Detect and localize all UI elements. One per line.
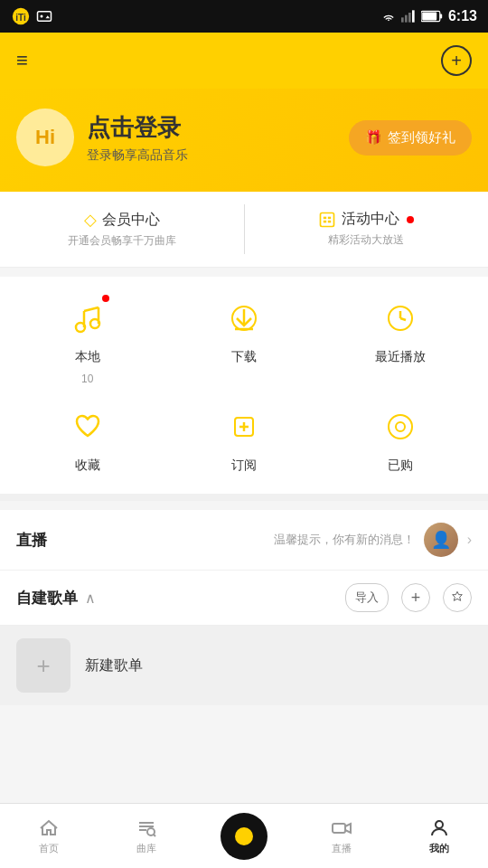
svg-point-29 <box>389 415 412 439</box>
playlist-section: 自建歌单 ∧ 导入 + <box>0 571 488 626</box>
app-icon: iTi <box>11 6 31 26</box>
banner-title: 点击登录 <box>87 112 188 144</box>
svg-rect-11 <box>321 212 334 226</box>
menu-button[interactable]: ≡ <box>16 49 28 72</box>
avatar: Hi <box>16 108 74 166</box>
svg-point-3 <box>41 15 43 18</box>
import-button[interactable]: 导入 <box>345 583 389 612</box>
profile-icon <box>428 817 450 839</box>
purchased-icon <box>384 410 417 443</box>
status-left-icons: iTi <box>11 6 52 26</box>
activity-badge <box>407 216 414 223</box>
vip-icon: ◇ <box>84 210 97 230</box>
svg-rect-4 <box>401 17 404 22</box>
local-count: 10 <box>81 373 93 385</box>
video-icon <box>331 817 352 839</box>
recent-play-item[interactable]: 最近播放 <box>364 295 436 385</box>
nav-live[interactable]: 直播 <box>293 817 390 855</box>
battery-icon <box>421 10 443 23</box>
nav-library[interactable]: 曲库 <box>98 817 195 855</box>
live-title: 直播 <box>16 530 47 551</box>
clock-time: 6:13 <box>448 8 477 24</box>
live-hint: 温馨提示，你有新的消息！ <box>274 532 415 548</box>
new-playlist-icon: + <box>16 638 70 693</box>
favorites-label: 收藏 <box>75 458 100 474</box>
photo-icon <box>36 10 52 23</box>
svg-rect-14 <box>324 220 326 222</box>
function-grid-row1: 本地 10 下载 最近播放 <box>0 277 488 394</box>
svg-rect-13 <box>328 216 331 219</box>
nav-live-label: 直播 <box>332 842 352 855</box>
svg-rect-7 <box>412 10 415 22</box>
live-section[interactable]: 直播 温馨提示，你有新的消息！ 👤 › <box>0 510 488 571</box>
svg-line-25 <box>400 318 406 320</box>
download-label: 下载 <box>231 349 257 365</box>
svg-rect-12 <box>324 216 326 219</box>
vip-center-item[interactable]: ◇ 会员中心 开通会员畅享千万曲库 <box>0 204 245 254</box>
vip-title: 会员中心 <box>102 211 160 230</box>
local-badge <box>102 295 109 302</box>
play-icon <box>235 827 253 845</box>
svg-point-30 <box>396 422 405 431</box>
status-bar: iTi 6:13 <box>0 0 488 33</box>
page-header: ≡ + <box>0 33 488 89</box>
svg-rect-9 <box>422 13 436 21</box>
local-label: 本地 <box>75 349 100 365</box>
settings-button[interactable] <box>443 583 472 612</box>
library-icon <box>136 817 157 839</box>
live-chevron: › <box>467 532 472 548</box>
svg-rect-5 <box>405 15 408 23</box>
activity-icon <box>318 211 336 229</box>
download-icon <box>228 302 260 335</box>
download-item[interactable]: 下载 <box>208 295 280 385</box>
vip-subtitle: 开通会员畅享千万曲库 <box>68 233 176 249</box>
local-music-item[interactable]: 本地 10 <box>52 295 124 385</box>
membership-row: ◇ 会员中心 开通会员畅享千万曲库 活动中心 精彩活动大放送 <box>0 192 488 268</box>
login-banner[interactable]: Hi 点击登录 登录畅享高品音乐 🎁 签到领好礼 <box>0 89 488 192</box>
svg-text:iTi: iTi <box>15 13 26 23</box>
svg-rect-6 <box>408 13 411 23</box>
add-button[interactable]: + <box>441 45 472 76</box>
svg-line-20 <box>84 307 99 311</box>
activity-center-item[interactable]: 活动中心 精彩活动大放送 <box>245 204 489 254</box>
nav-home[interactable]: 首页 <box>0 817 98 855</box>
play-button[interactable] <box>221 813 267 860</box>
svg-rect-37 <box>333 824 345 833</box>
subscribe-item[interactable]: 订阅 <box>208 403 280 474</box>
nav-play-center[interactable] <box>195 813 293 860</box>
svg-line-36 <box>154 835 155 836</box>
playlist-collapse-icon[interactable]: ∧ <box>85 590 96 607</box>
new-playlist-label: 新建歌单 <box>85 656 143 675</box>
heart-icon <box>71 410 104 443</box>
sign-in-button[interactable]: 🎁 签到领好礼 <box>349 120 472 156</box>
signal-icon <box>401 9 416 24</box>
banner-subtitle: 登录畅享高品音乐 <box>87 147 188 164</box>
bottom-navigation: 首页 曲库 直播 我的 <box>0 803 488 868</box>
nav-profile[interactable]: 我的 <box>390 817 488 855</box>
subscribe-icon <box>228 410 260 443</box>
activity-title: 活动中心 <box>342 210 399 229</box>
recent-play-icon <box>384 302 417 335</box>
add-playlist-button[interactable]: + <box>401 583 430 612</box>
nav-home-label: 首页 <box>39 842 59 855</box>
purchased-label: 已购 <box>388 458 413 474</box>
svg-rect-2 <box>38 12 52 22</box>
svg-point-35 <box>147 828 155 835</box>
purchased-item[interactable]: 已购 <box>364 403 436 474</box>
music-note-icon <box>71 302 104 335</box>
status-right: 6:13 <box>381 8 477 24</box>
home-icon <box>38 817 60 839</box>
function-grid-row2: 收藏 订阅 已购 <box>0 394 488 501</box>
activity-subtitle: 精彩活动大放送 <box>328 232 404 248</box>
svg-rect-15 <box>328 220 331 222</box>
nav-profile-label: 我的 <box>429 842 449 855</box>
playlist-title: 自建歌单 <box>16 588 78 609</box>
svg-point-38 <box>436 821 443 828</box>
live-avatar: 👤 <box>424 523 458 557</box>
svg-rect-10 <box>440 14 442 19</box>
new-playlist-item[interactable]: + 新建歌单 <box>0 626 488 705</box>
favorites-item[interactable]: 收藏 <box>52 403 124 474</box>
gear-icon <box>450 590 465 605</box>
svg-marker-31 <box>453 591 463 600</box>
wifi-icon <box>381 9 396 24</box>
